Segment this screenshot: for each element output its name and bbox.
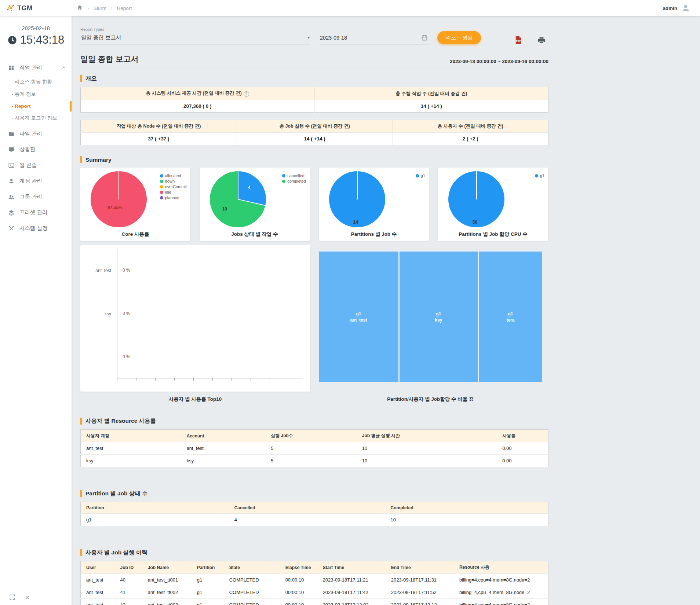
current-time: 15:43:18: [20, 33, 65, 47]
legend-dot: [535, 174, 538, 177]
bar-value-label: 0 %: [123, 268, 130, 273]
pie-chart-partition-cpus: 56: [448, 171, 504, 227]
pie-slice-divider: [476, 171, 477, 199]
bar-chart-user-usage: ant_test 0 % ksy 0 % 0 %: [80, 245, 310, 392]
summary-cards: 97.55% allocated down overCommit idle pl…: [80, 168, 548, 241]
generate-report-button[interactable]: 리포트 생성: [437, 31, 481, 44]
section-partition-status: Partition 별 Job 상태 수: [80, 490, 548, 498]
pie-value-label: 56: [473, 220, 477, 225]
table-row: ant_test41ant_test_tt002g1COMPLETED00:00…: [81, 586, 548, 599]
chart-title: Partition/사용자 별 Job할당 수 비율 표: [319, 396, 542, 403]
sidebar-item-preset-management[interactable]: 프리셋 관리: [0, 205, 72, 220]
report-date-input[interactable]: 2023-09-18: [319, 28, 429, 44]
chart-legend: g1: [535, 173, 544, 178]
table-cell: g1: [192, 574, 224, 586]
treemap-cell[interactable]: g1 ksy: [400, 252, 478, 382]
column-header: Job Name: [142, 561, 192, 574]
report-type-select[interactable]: Report Types 일일 종합 보고서 ▾: [80, 27, 310, 44]
sidebar-item-group-management[interactable]: 그룹 관리: [0, 189, 72, 205]
sidebar: 2025-02-18 15:43:18 작업 관리 - 리소스: [0, 16, 72, 605]
column-header: Job 평균 실행 시간: [357, 430, 497, 442]
bar-value-label: 0 %: [123, 354, 130, 359]
overview-value: 2 ( +2 ): [393, 133, 548, 145]
chart-card-partition-cpus: 56 g1 Partitions 별 Job 할당 CPU 수: [438, 168, 548, 241]
layers-icon: [8, 209, 15, 216]
chevron-down-icon: ▾: [307, 35, 310, 40]
section-title: 개요: [85, 75, 97, 82]
breadcrumb-slurm[interactable]: Slurm: [94, 6, 106, 11]
chevron-up-icon: [61, 65, 66, 70]
column-header: 총 시스템 서비스 제공 시간 (전일 대비 증감 건)?: [81, 87, 315, 100]
column-header: 총 사용자 수 (전일 대비 증감 건): [393, 120, 548, 133]
calendar-icon[interactable]: [421, 34, 428, 41]
treemap-cell[interactable]: g1 ant_test: [319, 252, 398, 382]
home-icon[interactable]: [77, 4, 83, 12]
export-pdf-button[interactable]: PDF: [514, 36, 522, 44]
treemap-cell[interactable]: g1 tera: [479, 252, 542, 382]
column-header: 작업 대상 총 Node 수 (전일 대비 증감 건): [81, 120, 237, 133]
sidebar-item-label: 그룹 관리: [19, 193, 42, 200]
section-title: 사용자 별 Resource 사용률: [85, 417, 156, 425]
section-resource-usage: 사용자 별 Resource 사용률: [80, 417, 548, 425]
report-date-value: 2023-09-18: [320, 35, 347, 41]
chart-legend: cancelled completed: [282, 173, 306, 183]
column-header: 실행 Job수: [265, 430, 357, 442]
breadcrumb: › Slurm › Report: [77, 4, 132, 12]
legend-dot: [416, 174, 419, 177]
section-marker: [80, 75, 82, 82]
table-row: ant_test40ant_test_tt001g1COMPLETED00:00…: [81, 574, 548, 586]
user-avatar-icon[interactable]: [681, 3, 690, 13]
sidebar-item-statistics[interactable]: - 통계 정보: [0, 88, 72, 100]
overview-value: 14 ( +14 ): [314, 100, 548, 113]
sidebar-item-job-management[interactable]: 작업 관리: [0, 60, 72, 76]
sidebar-item-file-management[interactable]: 파일 관리: [0, 126, 72, 142]
page-title: 일일 종합 보고서: [80, 54, 139, 64]
y-axis-label: ant_test: [80, 268, 117, 273]
print-button[interactable]: [537, 36, 546, 44]
sidebar-item-account-management[interactable]: 계정 관리: [0, 173, 72, 189]
sidebar-item-web-console[interactable]: 웹 콘솔: [0, 157, 72, 173]
table-cell: 2023-09-18T17:11:21: [317, 574, 386, 586]
table-cell: 4: [229, 514, 385, 526]
column-header: Completed: [385, 502, 548, 514]
sidebar-item-system-settings[interactable]: 시스템 설정: [0, 220, 72, 236]
breadcrumb-report[interactable]: Report: [117, 6, 132, 11]
sidebar-item-report[interactable]: - Report: [0, 100, 72, 112]
chart-card-job-status: 4 10 cancelled completed Jobs 상태 별 작업 수: [200, 168, 310, 241]
table-cell: 5: [265, 455, 357, 467]
table-cell: ksy: [181, 455, 266, 467]
section-title: 사용자 별 Job 실행 이력: [85, 549, 147, 557]
column-header: 사용률: [497, 430, 548, 442]
table-cell: 00:00:10: [280, 574, 317, 586]
sidebar-item-resource-allocation[interactable]: - 리소스 할당 현황: [0, 76, 72, 88]
table-header-row: UserJob IDJob NamePartitionStateElapse T…: [81, 561, 548, 574]
column-header: End Time: [386, 561, 454, 574]
folder-icon: [8, 131, 15, 137]
bar-row: ksy 0 %: [80, 292, 303, 336]
treemap-column: g1 ant_test g1 ksy g1 tera Partition/사용자…: [319, 245, 542, 403]
collapse-sidebar-icon[interactable]: «: [25, 593, 29, 601]
overview-table-2: 작업 대상 총 Node 수 (전일 대비 증감 건) 총 Job 실행 수 (…: [80, 120, 548, 145]
sidebar-item-user-login-info[interactable]: - 사용자 로그인 정보: [0, 112, 72, 124]
help-icon[interactable]: ?: [244, 91, 249, 97]
sidebar-footer: «: [0, 593, 72, 605]
column-header: Partition: [192, 561, 224, 574]
table-cell: ant_test: [81, 586, 115, 599]
legend-dot: [160, 185, 163, 188]
chart-legend: g1: [416, 173, 425, 178]
column-header: 총 Job 실행 수 (전일 대비 증감 건): [237, 120, 393, 133]
table-cell: 42: [115, 599, 142, 605]
table-cell: g1: [192, 586, 224, 599]
app-logo[interactable]: TGM: [0, 4, 72, 12]
sidebar-item-dashboard[interactable]: 상황판: [0, 142, 72, 157]
legend-dot: [282, 174, 285, 177]
fullscreen-icon[interactable]: [9, 594, 16, 601]
table-cell: ant_test_tt003: [142, 599, 192, 605]
bar-value-label: 0 %: [123, 311, 130, 316]
table-cell: 41: [115, 586, 142, 599]
pie-value-label: 97.55%: [107, 205, 123, 210]
table-header-row: 사용자 계정Account실행 Job수Job 평균 실행 시간사용률: [81, 430, 548, 442]
section-title: Partition 별 Job 상태 수: [85, 490, 148, 498]
pie-value-label: 4: [248, 185, 251, 190]
table-row: ant_testant_test5100.00: [81, 442, 548, 455]
